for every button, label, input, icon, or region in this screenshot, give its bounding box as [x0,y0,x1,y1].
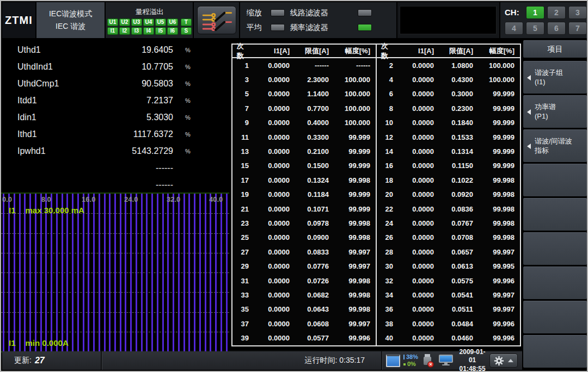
table-cell: 0.0000 [254,274,295,288]
range-indicator-i6: I6 [167,27,178,35]
range-indicator-s: S [181,27,192,35]
channel-button-5[interactable]: 5 [526,22,544,35]
gear-icon [494,356,504,366]
runtime-text: 运行时间: 0:35:17 [305,356,365,365]
measurement-list: Uthd119.6405%UthdInd110.7705%UthdCmp190.… [1,39,230,193]
range-indicator-t: T [181,18,192,26]
channel-button-4[interactable]: 4 [505,22,523,35]
chart-max-channel: I1 [9,206,16,215]
harmonics-table: 次数I1[A]限值[A]幅度[%]10.0000------------30.0… [231,44,521,346]
table-cell: 99.997 [334,259,376,274]
sidebar-item-3[interactable]: 谐波/间谐波指标 [523,129,587,162]
sidebar-item-1[interactable]: 谐波子组(I1) [523,61,587,94]
brand-logo: ZTMI [2,2,36,38]
measurement-row: UthdCmp190.5803% [1,75,230,92]
average-toggle[interactable] [271,24,285,31]
harmonic-bar [162,194,164,351]
measurement-label: Ipwhd1 [17,146,46,156]
table-cell: 0.1840 [439,116,479,130]
measurement-label: UthdCmp1 [17,79,59,89]
harmonic-bar [99,194,100,351]
wiring-settings-button[interactable] [197,6,236,34]
sidebar-item-label: 谐波子组(I1) [535,69,563,87]
table-cell: 0.1500 [295,159,334,173]
harmonic-bar [56,194,58,351]
sidebar-item-2[interactable]: 功率谱(P1) [523,95,587,128]
table-cell: 0.0541 [439,288,479,302]
table-cell: 0.1184 [295,188,334,202]
table-cell: 0.0613 [439,259,479,274]
channel-button-2[interactable]: 2 [547,6,566,19]
update-section: 更新: 27 [2,351,102,370]
line-filter-toggle[interactable] [358,9,372,16]
freq-filter-toggle[interactable] [358,24,372,31]
channel-button-6[interactable]: 6 [547,22,566,35]
time-text: 01:48:55 [458,365,486,372]
table-cell: 99.999 [479,87,520,101]
freq-filter-label: 频率滤波器 [290,23,353,33]
table-cell: 0.0000 [254,302,295,317]
table-cell: 0.0000 [399,288,439,302]
update-label: 更新: [14,356,32,365]
harmonic-bar [194,194,195,351]
table-cell: 0.1150 [439,159,479,173]
table-cell: 0.0000 [399,72,439,86]
table-cell: 5 [232,87,254,101]
measurement-unit: % [173,114,230,121]
channel-button-3[interactable]: 3 [568,6,587,19]
table-cell: 0.0000 [399,317,439,331]
sidebar-menu: 项目 谐波子组(I1)功率谱(P1)谐波/间谐波指标 [522,39,588,372]
table-cell: 0.0920 [439,188,479,202]
harmonic-bar [178,194,180,351]
datetime-display: 2009-01-01 01:48:55 [458,348,486,372]
harmonic-bar [215,194,217,351]
table-cell: 99.998 [334,216,376,230]
table-cell: 1.0800 [439,58,479,72]
table-cell: 18 [377,173,399,187]
table-cell: 100.000 [479,72,520,86]
harmonic-bar [72,194,74,351]
table-cell: 0.0000 [399,302,439,317]
table-cell: 99.997 [334,245,376,259]
table-cell: 17 [232,173,254,187]
table-cell: 0.0000 [399,130,439,144]
table-cell: 26 [377,231,399,245]
table-cell: 0.0000 [399,101,439,115]
zoom-toggle[interactable] [271,9,285,16]
runtime-section: 运行时间: 0:35:17 [102,351,381,370]
table-cell: 38 [377,317,399,331]
table-cell: 0.4000 [295,116,334,130]
table-cell: 27 [232,245,254,259]
table-cell: 99.999 [479,101,520,115]
table-cell: 0.0000 [254,317,295,331]
measurement-value: 7.2137 [146,96,173,106]
sidebar-title: 项目 [523,40,587,58]
table-cell: 0.3300 [295,130,334,144]
settings-menu-button[interactable] [489,354,518,368]
mode-panel[interactable]: IEC谐波模式 IEC 谐波 [36,2,106,38]
table-cell: 99.999 [334,159,376,173]
channel-button-7[interactable]: 7 [568,22,587,35]
measurement-label: Uthd1 [17,45,41,55]
range-indicator-u6: U6 [167,18,178,26]
table-cell: 99.999 [479,159,520,173]
table-cell: 0.0000 [254,159,295,173]
table-cell: 0.0000 [399,231,439,245]
table-cell: 0.1071 [295,202,334,216]
harmonic-bar [183,194,185,351]
harmonic-bar [93,194,95,351]
harmonic-bar [77,194,79,351]
channel-button-1[interactable]: 1 [526,6,544,19]
measurement-value: 1117.6372 [133,129,173,139]
measurement-label: UthdInd1 [17,62,53,72]
table-cell: 0.0000 [399,58,439,72]
harmonic-bar [35,194,36,351]
range-indicator-i2: I2 [119,27,130,35]
harmonic-bar [51,194,52,351]
table-cell: 33 [232,288,254,302]
table-cell: 22 [377,202,399,216]
table-cell: 99.998 [334,302,376,317]
table-cell: 0.0708 [439,231,479,245]
update-count: 27 [35,356,45,365]
table-cell: 11 [232,130,254,144]
